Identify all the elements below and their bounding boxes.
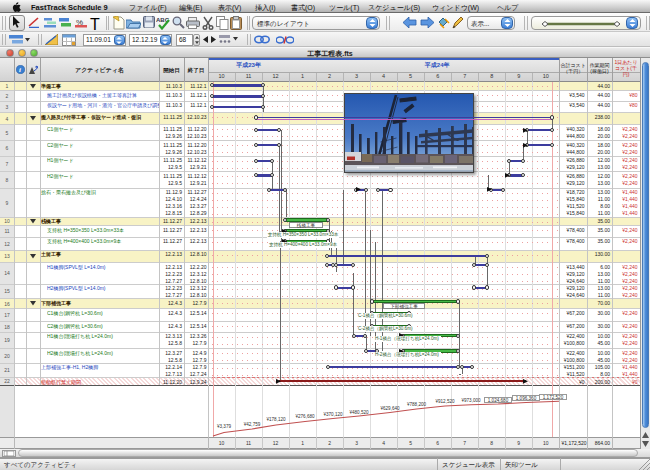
svg-text:i: i bbox=[19, 66, 21, 74]
svg-text:%: % bbox=[76, 18, 83, 27]
